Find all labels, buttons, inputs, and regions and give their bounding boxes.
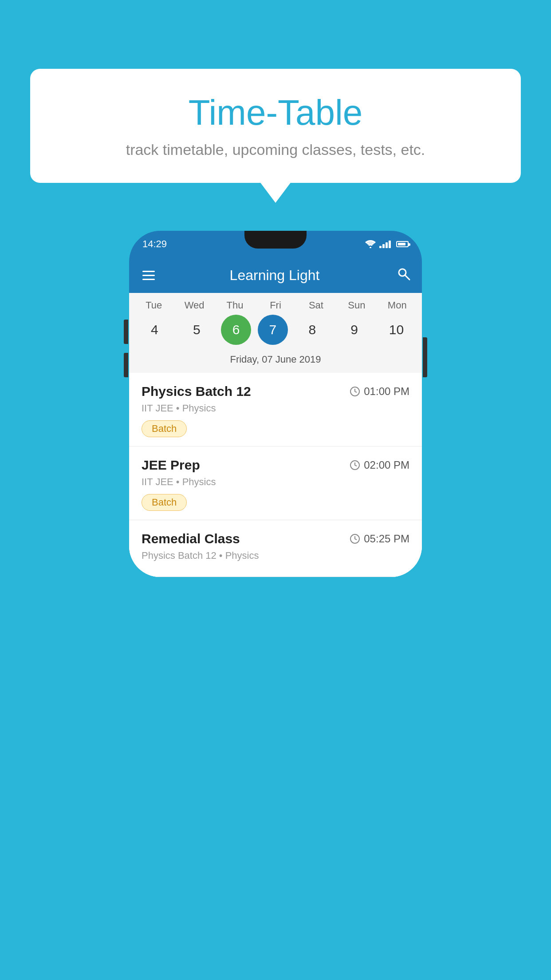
calendar-date-9[interactable]: 9	[337, 315, 372, 345]
search-icon	[397, 267, 411, 281]
schedule-item-2-title: JEE Prep	[142, 458, 200, 473]
speech-bubble-section: Time-Table track timetable, upcoming cla…	[30, 69, 521, 183]
calendar-day-sat: Sat	[298, 300, 334, 311]
calendar-day-sun: Sun	[339, 300, 374, 311]
calendar-day-tue: Tue	[136, 300, 172, 311]
schedule-item-2-subtitle: IIT JEE • Physics	[142, 476, 409, 488]
schedule-item-3-header: Remedial Class 05:25 PM	[142, 531, 409, 546]
clock-icon-2	[350, 460, 360, 470]
schedule-item-3-time: 05:25 PM	[350, 533, 409, 545]
signal-icon	[379, 240, 391, 248]
app-toolbar: Learning Light	[129, 257, 422, 293]
calendar-dates-row: 4 5 6 7 8 9 10	[129, 315, 422, 345]
calendar-date-5[interactable]: 5	[179, 315, 214, 345]
schedule-item-3[interactable]: Remedial Class 05:25 PM Physics Batch 12…	[129, 520, 422, 577]
speech-bubble: Time-Table track timetable, upcoming cla…	[30, 69, 521, 183]
selected-date-label: Friday, 07 June 2019	[129, 350, 422, 371]
app-title: Learning Light	[161, 267, 388, 284]
schedule-item-1-subtitle: IIT JEE • Physics	[142, 403, 409, 414]
calendar-day-fri: Fri	[258, 300, 293, 311]
svg-line-2	[405, 275, 409, 280]
calendar-date-10[interactable]: 10	[378, 315, 414, 345]
battery-icon	[396, 241, 409, 247]
schedule-item-3-title: Remedial Class	[142, 531, 240, 546]
calendar-date-7-selected[interactable]: 7	[258, 315, 288, 345]
schedule-list: Physics Batch 12 01:00 PM IIT JEE • Phys…	[129, 373, 422, 577]
calendar-days-row: Tue Wed Thu Fri Sat Sun Mon	[129, 300, 422, 311]
wifi-icon	[365, 240, 376, 248]
calendar-date-8[interactable]: 8	[295, 315, 330, 345]
schedule-item-2-tag: Batch	[142, 494, 187, 511]
schedule-item-2-header: JEE Prep 02:00 PM	[142, 458, 409, 473]
hamburger-line-3	[142, 279, 155, 280]
calendar-date-6-today[interactable]: 6	[221, 315, 251, 345]
bubble-title: Time-Table	[57, 93, 494, 132]
phone-mockup: 14:29	[129, 231, 422, 577]
bubble-subtitle: track timetable, upcoming classes, tests…	[57, 141, 494, 158]
status-icons	[365, 240, 409, 248]
schedule-item-1-title: Physics Batch 12	[142, 384, 251, 399]
phone-screen: Tue Wed Thu Fri Sat Sun Mon 4 5 6 7 8 9 …	[129, 293, 422, 577]
calendar-day-thu: Thu	[217, 300, 253, 311]
schedule-item-3-subtitle: Physics Batch 12 • Physics	[142, 550, 409, 561]
schedule-item-1[interactable]: Physics Batch 12 01:00 PM IIT JEE • Phys…	[129, 373, 422, 447]
hamburger-line-2	[142, 275, 155, 276]
schedule-item-1-header: Physics Batch 12 01:00 PM	[142, 384, 409, 399]
hamburger-line-1	[142, 271, 155, 272]
svg-point-0	[370, 247, 371, 248]
calendar-day-mon: Mon	[379, 300, 415, 311]
status-time: 14:29	[142, 238, 167, 250]
schedule-item-2[interactable]: JEE Prep 02:00 PM IIT JEE • Physics Batc…	[129, 447, 422, 520]
schedule-item-1-tag: Batch	[142, 420, 187, 437]
hamburger-menu-button[interactable]	[140, 269, 157, 282]
phone-frame: 14:29	[129, 231, 422, 577]
schedule-item-2-time: 02:00 PM	[350, 459, 409, 471]
calendar-day-wed: Wed	[177, 300, 212, 311]
schedule-item-1-time: 01:00 PM	[350, 385, 409, 398]
search-button[interactable]	[397, 267, 411, 284]
clock-icon-3	[350, 533, 360, 544]
calendar-date-4[interactable]: 4	[137, 315, 172, 345]
calendar-strip: Tue Wed Thu Fri Sat Sun Mon 4 5 6 7 8 9 …	[129, 293, 422, 373]
status-bar: 14:29	[129, 231, 422, 257]
clock-icon-1	[350, 386, 360, 397]
